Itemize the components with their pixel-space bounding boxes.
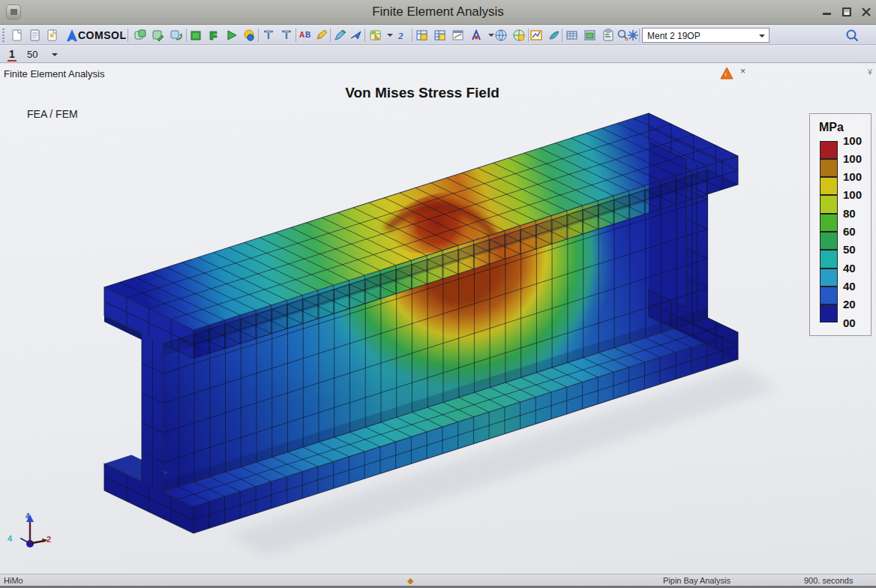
svg-text:B: B (305, 31, 310, 39)
svg-text:A: A (299, 31, 304, 39)
svg-text:2: 2 (46, 535, 51, 544)
svg-text:2: 2 (398, 30, 404, 41)
svg-text:4: 4 (8, 534, 13, 543)
svg-text:4: 4 (26, 512, 30, 520)
